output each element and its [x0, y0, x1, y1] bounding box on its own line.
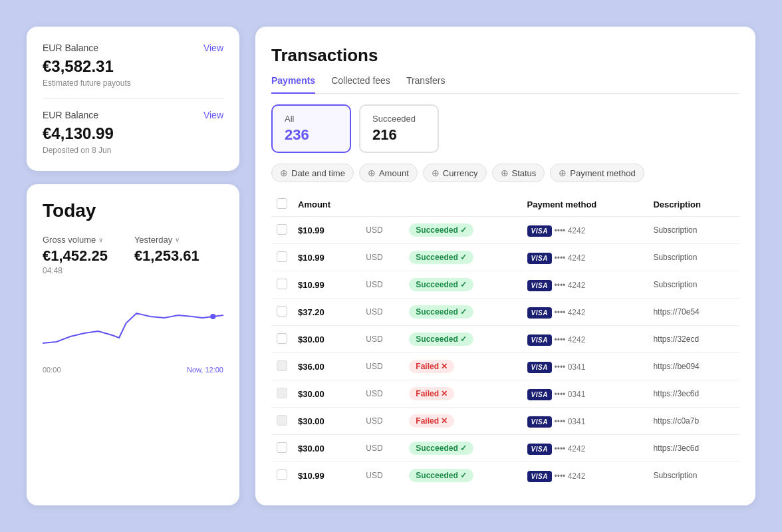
filter-amount[interactable]: ⊕ Amount: [359, 164, 418, 182]
row-payment-9: VISA •••• 4242: [522, 462, 648, 489]
row-amount-0: $10.99: [293, 217, 360, 244]
yesterday-chevron[interactable]: ∨: [175, 236, 180, 243]
row-status-8: Succeeded ✓: [404, 435, 521, 462]
chart-labels: 00:00 Now, 12:00: [43, 366, 223, 374]
filter-payment-label: Payment method: [570, 168, 635, 178]
row-checkbox-1[interactable]: [277, 251, 287, 262]
gross-value: €1,452.25: [43, 247, 108, 265]
row-currency-0: USD: [360, 217, 404, 244]
chart-area: [43, 283, 223, 363]
visa-badge-2: VISA: [527, 280, 552, 291]
yesterday-metric: Yesterday ∨ €1,253.61: [134, 235, 199, 275]
card-dots-5: •••• 0341: [555, 362, 586, 372]
row-currency-7: USD: [360, 408, 404, 435]
balance-divider: [43, 98, 223, 99]
th-status: [404, 193, 521, 217]
row-checkbox-8[interactable]: [277, 442, 287, 453]
row-currency-2: USD: [360, 271, 404, 299]
row-checkbox-5[interactable]: [277, 360, 287, 371]
visa-badge-8: VISA: [527, 444, 552, 455]
status-badge-1: Succeeded ✓: [409, 251, 473, 264]
table-row[interactable]: $10.99 USD Succeeded ✓ VISA •••• 4242 Su…: [271, 271, 739, 299]
row-checkbox-3[interactable]: [277, 306, 287, 317]
balance-view-link-2[interactable]: View: [203, 110, 223, 120]
row-checkbox-0[interactable]: [277, 224, 287, 235]
row-desc-8: https://3ec6d: [648, 435, 739, 462]
card-dots-9: •••• 4242: [555, 471, 586, 481]
balance-sub-2: Deposited on 8 Jun: [43, 146, 223, 155]
row-amount-6: $30.00: [293, 380, 360, 408]
table-wrapper: Amount Payment method Description $10.99…: [271, 193, 739, 505]
table-row[interactable]: $10.99 USD Succeeded ✓ VISA •••• 4242 Su…: [271, 217, 739, 244]
status-badge-4: Succeeded ✓: [409, 332, 473, 346]
tab-collected-fees[interactable]: Collected fees: [331, 75, 390, 94]
row-payment-4: VISA •••• 4242: [522, 326, 648, 353]
plus-icon-currency: ⊕: [432, 168, 440, 178]
card-dots-4: •••• 4242: [555, 335, 586, 344]
table-row[interactable]: $30.00 USD Failed ✕ VISA •••• 0341 https…: [271, 380, 739, 408]
filter-status[interactable]: ⊕ Status: [492, 164, 545, 182]
yesterday-value: €1,253.61: [134, 247, 199, 265]
chart-label-start: 00:00: [43, 366, 61, 374]
row-currency-3: USD: [360, 299, 404, 326]
today-card: Today Gross volume ∨ €1,452.25 04:48 Yes…: [27, 184, 239, 505]
status-badge-0: Succeeded ✓: [409, 223, 473, 237]
row-checkbox-4[interactable]: [277, 333, 287, 344]
row-payment-2: VISA •••• 4242: [522, 271, 648, 299]
row-amount-9: $10.99: [293, 462, 360, 489]
table-row[interactable]: $30.00 USD Failed ✕ VISA •••• 0341 https…: [271, 408, 739, 435]
stat-all-value: 236: [285, 126, 338, 144]
stats-row: All 236 Succeeded 216: [271, 104, 739, 153]
row-payment-3: VISA •••• 4242: [522, 299, 648, 326]
card-dots-0: •••• 4242: [555, 226, 586, 235]
row-desc-1: Subscription: [648, 244, 739, 271]
plus-icon-status: ⊕: [501, 168, 509, 178]
stat-box-succeeded[interactable]: Succeeded 216: [359, 104, 439, 153]
table-row[interactable]: $36.00 USD Failed ✕ VISA •••• 0341 https…: [271, 353, 739, 380]
status-badge-8: Succeeded ✓: [409, 442, 473, 455]
row-status-7: Failed ✕: [404, 408, 521, 435]
visa-badge-5: VISA: [527, 362, 552, 373]
row-currency-5: USD: [360, 353, 404, 380]
row-checkbox-2[interactable]: [277, 279, 287, 289]
visa-badge-4: VISA: [527, 334, 552, 346]
gross-chevron[interactable]: ∨: [98, 236, 103, 243]
row-amount-5: $36.00: [293, 353, 360, 380]
row-desc-5: https://be094: [648, 353, 739, 380]
visa-badge-3: VISA: [527, 307, 552, 319]
balance-view-link-1[interactable]: View: [203, 43, 223, 53]
filter-row: ⊕ Date and time ⊕ Amount ⊕ Currency ⊕ St…: [271, 164, 739, 182]
row-status-2: Succeeded ✓: [404, 271, 521, 299]
card-dots-1: •••• 4242: [555, 253, 586, 263]
filter-currency[interactable]: ⊕ Currency: [423, 164, 487, 182]
select-all-checkbox[interactable]: [277, 198, 287, 209]
row-checkbox-9[interactable]: [277, 469, 287, 480]
row-desc-6: https://3ec6d: [648, 380, 739, 408]
table-row[interactable]: $30.00 USD Succeeded ✓ VISA •••• 4242 ht…: [271, 326, 739, 353]
table-row[interactable]: $10.99 USD Succeeded ✓ VISA •••• 4242 Su…: [271, 244, 739, 271]
status-badge-6: Failed ✕: [409, 387, 454, 400]
today-title: Today: [43, 200, 223, 221]
card-dots-6: •••• 0341: [555, 390, 586, 399]
stat-box-all[interactable]: All 236: [271, 104, 351, 153]
table-row[interactable]: $37.20 USD Succeeded ✓ VISA •••• 4242 ht…: [271, 299, 739, 326]
visa-badge-0: VISA: [527, 225, 552, 237]
row-desc-3: https://70e54: [648, 299, 739, 326]
stat-succeeded-label: Succeeded: [372, 114, 426, 124]
row-currency-4: USD: [360, 326, 404, 353]
filter-date-time[interactable]: ⊕ Date and time: [271, 164, 354, 182]
row-checkbox-6[interactable]: [277, 388, 287, 398]
th-currency: [360, 193, 404, 217]
row-amount-7: $30.00: [293, 408, 360, 435]
table-row[interactable]: $30.00 USD Succeeded ✓ VISA •••• 4242 ht…: [271, 435, 739, 462]
row-checkbox-7[interactable]: [277, 415, 287, 426]
tab-payments[interactable]: Payments: [271, 75, 315, 94]
table-row[interactable]: $10.99 USD Succeeded ✓ VISA •••• 4242 Su…: [271, 462, 739, 489]
tab-transfers[interactable]: Transfers: [406, 75, 446, 94]
filter-status-label: Status: [512, 168, 537, 178]
row-currency-8: USD: [360, 435, 404, 462]
th-description: Description: [648, 193, 739, 217]
row-status-0: Succeeded ✓: [404, 217, 521, 244]
filter-payment-method[interactable]: ⊕ Payment method: [550, 164, 644, 182]
gross-time: 04:48: [43, 266, 108, 275]
